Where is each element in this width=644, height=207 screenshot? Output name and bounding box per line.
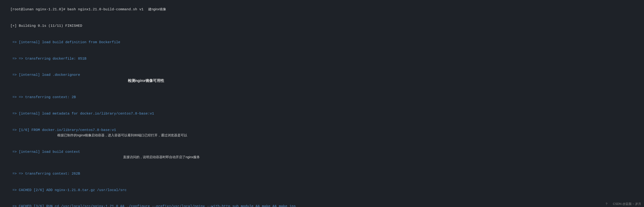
step-load-build-context: => [internal] load build context — [10, 150, 80, 154]
terminal-line-6: => => transferring context: 2B — [2, 89, 642, 106]
prompt-1: [root@lunan nginx-1.21.0]# — [10, 7, 68, 11]
terminal-line-5: => [internal] load .dockerignore 检测nginx… — [2, 67, 642, 89]
step-transferring-dockerfile: => => transferring dockerfile: 851B — [10, 57, 86, 61]
bottom-status-bar: ? CSDN @蓝颜 ~ 岁月 — [603, 201, 644, 207]
step-load-dockerignore: => [internal] load .dockerignore — [10, 73, 80, 77]
annotation-container-desc2: 直接访问的，说明启动容器时即自动开启了nginx服务 — [123, 155, 200, 159]
annotation-build: 建nginx镜像 — [148, 7, 166, 11]
terminal-line-11: => CACHED [2/6] ADD nginx-1.21.0.tar.gz … — [2, 182, 642, 198]
terminal-line-7: => [internal] load metadata for docker.i… — [2, 106, 642, 122]
terminal-line-9: => [internal] load build context 直接访问的，说… — [2, 144, 642, 166]
terminal-line-3: => [internal] load build definition from… — [2, 34, 642, 51]
step-cached-2-6: => CACHED [2/6] ADD nginx-1.21.0.tar.gz … — [10, 188, 126, 192]
step-from-centos: => [1/6] FROM docker.io/library/centos7.… — [10, 128, 116, 132]
terminal-line-1: [root@lunan nginx-1.21.0]# bash nginx1.2… — [2, 1, 642, 18]
terminal-line-12: => CACHED [3/6] RUN cd /usr/local/src/ng… — [2, 198, 642, 207]
terminal-line-2: [+] Building 0.1s (11/11) FINISHED — [2, 18, 642, 34]
step-transferring-context-262b: => => transferring context: 262B — [10, 172, 80, 176]
terminal-line-4: => => transferring dockerfile: 851B — [2, 50, 642, 67]
step-cached-3-6: => CACHED [3/6] RUN cd /usr/local/src/ng… — [10, 205, 296, 207]
step-internal-load-def: => [internal] load build definition from… — [10, 40, 120, 44]
step-load-metadata: => [internal] load metadata for docker.i… — [10, 112, 154, 116]
bottom-label: CSDN @蓝颜 ~ 岁月 — [613, 202, 641, 206]
question-mark: ? — [606, 202, 607, 206]
step-transferring-context-2b: => => transferring context: 2B — [10, 95, 76, 99]
build-status: [+] Building 0.1s (11/11) FINISHED — [10, 24, 82, 28]
command-1: bash nginx1.21.0-build-command.sh v1 — [68, 7, 144, 11]
terminal-line-8: => [1/6] FROM docker.io/library/centos7.… — [2, 122, 642, 144]
terminal-line-10: => => transferring context: 262B — [2, 166, 642, 182]
annotation-container-desc1: 根据已制作的nginx镜像启动容器，进入容器可以看到80端口已经打开，通过浏览器… — [57, 133, 187, 137]
terminal-window: [root@lunan nginx-1.21.0]# bash nginx1.2… — [0, 0, 644, 207]
annotation-detect-title: 检测nginx镜像可用性 — [128, 79, 164, 83]
